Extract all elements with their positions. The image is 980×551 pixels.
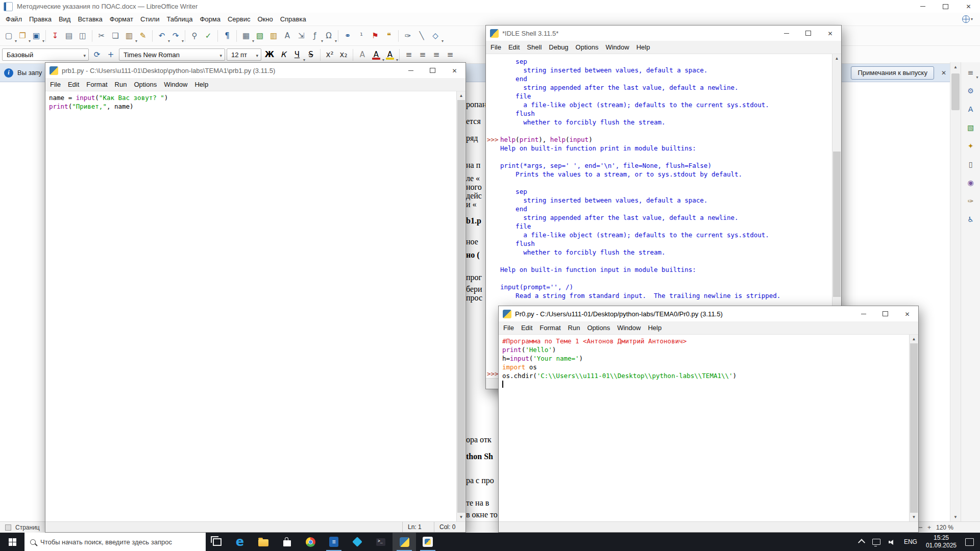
- editor-scrollbar[interactable]: ▲ ▼: [909, 335, 918, 521]
- align-left-icon[interactable]: ≡: [402, 48, 415, 61]
- clone-formatting-icon[interactable]: ✎: [136, 29, 150, 42]
- save-icon[interactable]: ▣▾: [30, 29, 43, 42]
- menu-item[interactable]: Run: [111, 79, 131, 90]
- print-icon[interactable]: ▤: [62, 29, 76, 42]
- page-icon[interactable]: ▯: [965, 158, 977, 170]
- editor-text-area[interactable]: #Программа по Теме 1 <Антонов Дмитрий Ан…: [499, 335, 910, 521]
- font-size-combobox[interactable]: 12 пт: [227, 48, 261, 61]
- style-inspector-icon[interactable]: ◉: [965, 177, 977, 189]
- scroll-up-icon[interactable]: ▲: [832, 54, 841, 63]
- superscript-icon[interactable]: x²: [323, 48, 336, 61]
- styles-icon[interactable]: A: [965, 103, 977, 115]
- formatting-marks-icon[interactable]: ¶: [220, 29, 234, 42]
- start-button[interactable]: [0, 533, 24, 551]
- menu-item[interactable]: Help: [633, 42, 654, 53]
- maximize-button[interactable]: [934, 0, 957, 13]
- scroll-down-icon[interactable]: ▼: [910, 513, 918, 521]
- justify-icon[interactable]: ≡: [444, 48, 457, 61]
- menu-item[interactable]: File: [46, 79, 64, 90]
- menu-item[interactable]: Format: [536, 322, 564, 333]
- track-changes-icon[interactable]: ✑: [401, 29, 414, 42]
- new-style-icon[interactable]: +: [104, 48, 117, 61]
- properties-icon[interactable]: ⚙: [965, 85, 977, 97]
- menu-item[interactable]: Help: [191, 79, 212, 90]
- align-center-icon[interactable]: ≡: [416, 48, 429, 61]
- close-button[interactable]: [957, 0, 980, 13]
- export-pdf-icon[interactable]: ↧: [48, 29, 62, 42]
- print-preview-icon[interactable]: ◫: [76, 29, 89, 42]
- editor-scrollbar[interactable]: ▲ ▼: [456, 91, 465, 521]
- insert-comment-icon[interactable]: ❝: [382, 29, 396, 42]
- scrollbar-thumb[interactable]: [910, 343, 918, 513]
- insert-image-icon[interactable]: ▧: [253, 29, 266, 42]
- menu-item[interactable]: File: [500, 322, 518, 333]
- menu-item[interactable]: Options: [583, 322, 614, 333]
- menu-item[interactable]: Run: [565, 322, 584, 333]
- menu-item[interactable]: File: [487, 42, 505, 53]
- scroll-up-icon[interactable]: ▲: [457, 91, 465, 100]
- special-character-icon[interactable]: Ω▾: [322, 29, 335, 42]
- zoom-plus-icon[interactable]: +: [927, 524, 931, 531]
- highlight-color-icon[interactable]: А▾: [383, 48, 397, 61]
- network-button[interactable]: [868, 533, 885, 551]
- scroll-up-icon[interactable]: ▲: [910, 335, 918, 343]
- undo-icon[interactable]: ↶▾: [155, 29, 168, 42]
- paste-icon[interactable]: ▥▾: [122, 29, 136, 42]
- font-name-combobox[interactable]: Times New Roman: [119, 48, 225, 61]
- new-document-icon[interactable]: ▢▾: [2, 29, 15, 42]
- menu-item[interactable]: Window: [602, 42, 632, 53]
- scrollbar-thumb[interactable]: [951, 73, 960, 110]
- clock[interactable]: 15:25 01.09.2025: [921, 534, 961, 549]
- minimize-button[interactable]: [911, 0, 934, 13]
- release-notes-button[interactable]: Примечания к выпуску: [851, 66, 934, 80]
- redo-icon[interactable]: ↷▾: [169, 29, 182, 42]
- accessibility-check-icon[interactable]: ♿: [965, 213, 977, 226]
- task-view-button[interactable]: [206, 533, 228, 551]
- menu-item[interactable]: Правка: [26, 14, 55, 24]
- action-center-button[interactable]: [961, 533, 978, 551]
- taskbar-app-python[interactable]: [416, 533, 439, 551]
- menu-item[interactable]: Edit: [64, 79, 83, 90]
- clear-formatting-icon[interactable]: A: [356, 48, 369, 61]
- taskbar-app-edge[interactable]: [228, 533, 252, 551]
- menu-item[interactable]: Таблица: [163, 14, 196, 24]
- spelling-icon[interactable]: ✓: [202, 29, 215, 42]
- menu-item[interactable]: Options: [130, 79, 160, 90]
- copy-icon[interactable]: ❏: [109, 29, 122, 42]
- scroll-down-icon[interactable]: ▼: [457, 513, 465, 521]
- menu-item[interactable]: Format: [83, 79, 111, 90]
- menu-item[interactable]: Edit: [505, 42, 523, 53]
- maximize-button[interactable]: [797, 26, 819, 41]
- close-button[interactable]: [819, 26, 841, 41]
- taskbar-search-input[interactable]: Чтобы начать поиск, введите здесь запрос: [24, 533, 206, 551]
- cut-icon[interactable]: ✂: [95, 29, 108, 42]
- taskbar-app-chrome[interactable]: [299, 533, 322, 551]
- insert-line-icon[interactable]: ╲: [415, 29, 428, 42]
- insert-textbox-icon[interactable]: A: [281, 29, 294, 42]
- subscript-icon[interactable]: x₂: [337, 48, 350, 61]
- font-color-icon[interactable]: А▾: [370, 48, 383, 61]
- scrollbar-thumb[interactable]: [833, 152, 841, 297]
- align-right-icon[interactable]: ≡: [430, 48, 443, 61]
- menu-item[interactable]: Формат: [106, 14, 137, 24]
- close-button[interactable]: [896, 306, 918, 321]
- taskbar-app-store[interactable]: [275, 533, 299, 551]
- open-icon[interactable]: ❐▾: [16, 29, 29, 42]
- menu-item[interactable]: Сервис: [224, 14, 254, 24]
- menu-item[interactable]: Shell: [523, 42, 545, 53]
- document-scrollbar[interactable]: ▲ ▼: [950, 62, 961, 521]
- language-indicator[interactable]: ENG: [900, 533, 921, 551]
- menu-item[interactable]: Стили: [137, 14, 163, 24]
- menu-item[interactable]: Справка: [277, 14, 310, 24]
- scroll-down-icon[interactable]: ▼: [950, 512, 961, 521]
- menu-item[interactable]: Debug: [545, 42, 572, 53]
- tray-overflow-button[interactable]: [855, 533, 868, 551]
- navigator-icon[interactable]: ✦: [965, 140, 977, 152]
- infobar-close-icon[interactable]: ✕: [941, 69, 946, 77]
- maximize-button[interactable]: [874, 306, 896, 321]
- bold-icon[interactable]: Ж: [263, 48, 276, 61]
- insert-field-icon[interactable]: ƒ▾: [308, 29, 322, 42]
- gallery-icon[interactable]: ▧: [965, 121, 977, 134]
- find-replace-icon[interactable]: ⚲: [188, 29, 201, 42]
- page-break-icon[interactable]: ⇲: [295, 29, 308, 42]
